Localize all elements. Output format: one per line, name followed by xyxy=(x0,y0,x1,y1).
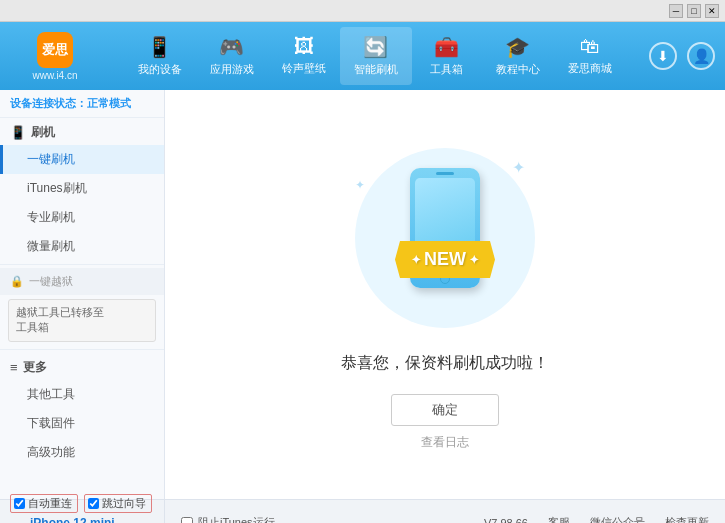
advanced-label: 高级功能 xyxy=(27,445,75,459)
app-logo: 爱思 www.i4.cn xyxy=(10,32,100,81)
bottom-right-links: V7.98.66 客服 微信公众号 检查更新 xyxy=(484,515,709,523)
sidebar-item-one-click-flash[interactable]: 一键刷机 xyxy=(0,145,164,174)
divider-2 xyxy=(0,349,164,350)
download-btn[interactable]: ⬇ xyxy=(649,42,677,70)
more-section-label: 更多 xyxy=(23,359,47,376)
checkbox-group: 自动重连 跳过向导 xyxy=(10,494,154,513)
user-btn[interactable]: 👤 xyxy=(687,42,715,70)
title-bar: ─ □ ✕ xyxy=(0,0,725,22)
app-header: 爱思 www.i4.cn 📱 我的设备 🎮 应用游戏 🖼 铃声壁纸 🔄 智能刷机… xyxy=(0,22,725,90)
sidebar-section-more: ≡ 更多 xyxy=(0,353,164,380)
jailbreak-warning: 越狱工具已转移至工具箱 xyxy=(8,299,156,342)
device-status: 设备连接状态：正常模式 xyxy=(0,90,164,118)
check-update-link[interactable]: 检查更新 xyxy=(665,515,709,523)
nav-wallpaper-icon: 🖼 xyxy=(294,35,314,58)
sparkle-left-icon: ✦ xyxy=(411,253,421,267)
status-label: 设备连接状态： xyxy=(10,97,87,109)
new-badge: ✦ NEW ✦ xyxy=(395,241,495,278)
nav-smart-flash-label: 智能刷机 xyxy=(354,62,398,77)
star-top-left-icon: ✦ xyxy=(355,178,365,192)
minimize-btn[interactable]: ─ xyxy=(669,4,683,18)
phone-speaker xyxy=(436,172,454,175)
sidebar-item-advanced[interactable]: 高级功能 xyxy=(0,438,164,467)
auto-restart-label: 自动重连 xyxy=(28,496,72,511)
nav-wallpaper[interactable]: 🖼 铃声壁纸 xyxy=(268,27,340,85)
device-info: 📱 iPhone 12 mini 64GB Down-12mini-13,1 xyxy=(10,516,154,524)
skip-wizard-checkbox[interactable] xyxy=(88,498,99,509)
nav-apps-icon: 🎮 xyxy=(219,35,244,59)
nav-bar: 📱 我的设备 🎮 应用游戏 🖼 铃声壁纸 🔄 智能刷机 🧰 工具箱 🎓 教程中心… xyxy=(100,27,649,85)
sidebar-item-micro-flash[interactable]: 微量刷机 xyxy=(0,232,164,261)
version-text: V7.98.66 xyxy=(484,517,528,524)
lock-icon: 🔒 xyxy=(10,275,24,288)
bottom-left-section: 自动重连 跳过向导 📱 iPhone 12 mini 64GB Down-12m… xyxy=(0,500,165,523)
auto-restart-checkbox-label[interactable]: 自动重连 xyxy=(10,494,78,513)
one-click-flash-label: 一键刷机 xyxy=(27,152,75,166)
window-controls[interactable]: ─ □ ✕ xyxy=(669,4,719,18)
jailbreak-section-label: 一键越狱 xyxy=(29,274,73,289)
stop-itunes-group: 阻止iTunes运行 xyxy=(181,515,275,523)
maximize-btn[interactable]: □ xyxy=(687,4,701,18)
nav-my-device[interactable]: 📱 我的设备 xyxy=(124,27,196,85)
logo-icon: 爱思 xyxy=(37,32,73,68)
status-value: 正常模式 xyxy=(87,97,131,109)
sidebar-section-flash: 📱 刷机 xyxy=(0,118,164,145)
pro-flash-label: 专业刷机 xyxy=(27,210,75,224)
customer-service-link[interactable]: 客服 xyxy=(548,515,570,523)
nav-tutorials[interactable]: 🎓 教程中心 xyxy=(482,27,554,85)
auto-restart-checkbox[interactable] xyxy=(14,498,25,509)
micro-flash-label: 微量刷机 xyxy=(27,239,75,253)
phone-illustration: ✦ NEW ✦ xyxy=(410,168,480,288)
sidebar-item-download-firmware[interactable]: 下载固件 xyxy=(0,409,164,438)
header-right-buttons: ⬇ 👤 xyxy=(649,42,715,70)
nav-store-label: 爱思商城 xyxy=(568,61,612,76)
sidebar-item-other-tools[interactable]: 其他工具 xyxy=(0,380,164,409)
nav-toolbox-icon: 🧰 xyxy=(434,35,459,59)
divider-1 xyxy=(0,264,164,265)
stop-itunes-label: 阻止iTunes运行 xyxy=(198,515,275,523)
nav-my-device-label: 我的设备 xyxy=(138,62,182,77)
logo-url: www.i4.cn xyxy=(32,70,77,81)
sparkle-right-icon: ✦ xyxy=(469,253,479,267)
nav-apps-label: 应用游戏 xyxy=(210,62,254,77)
logo-text: 爱思 xyxy=(42,41,68,59)
nav-toolbox-label: 工具箱 xyxy=(430,62,463,77)
confirm-button[interactable]: 确定 xyxy=(391,394,499,426)
nav-my-device-icon: 📱 xyxy=(147,35,172,59)
new-badge-text: NEW xyxy=(424,249,466,270)
close-btn[interactable]: ✕ xyxy=(705,4,719,18)
sidebar-section-jailbreak: 🔒 一键越狱 xyxy=(0,268,164,295)
stop-itunes-checkbox[interactable] xyxy=(181,517,193,524)
download-firmware-label: 下载固件 xyxy=(27,416,75,430)
bottom-right-section: 阻止iTunes运行 V7.98.66 客服 微信公众号 检查更新 xyxy=(165,500,725,523)
nav-toolbox[interactable]: 🧰 工具箱 xyxy=(412,27,482,85)
skip-wizard-checkbox-label[interactable]: 跳过向导 xyxy=(84,494,152,513)
device-name: iPhone 12 mini xyxy=(30,516,115,524)
skip-wizard-label: 跳过向导 xyxy=(102,496,146,511)
nav-apps-games[interactable]: 🎮 应用游戏 xyxy=(196,27,268,85)
jailbreak-warning-text: 越狱工具已转移至工具箱 xyxy=(16,306,104,333)
today-log-link[interactable]: 查看日志 xyxy=(421,434,469,451)
device-details: iPhone 12 mini 64GB Down-12mini-13,1 xyxy=(30,516,115,524)
nav-wallpaper-label: 铃声壁纸 xyxy=(282,61,326,76)
sidebar: 设备连接状态：正常模式 📱 刷机 一键刷机 iTunes刷机 专业刷机 微量刷机… xyxy=(0,90,165,499)
wechat-link[interactable]: 微信公众号 xyxy=(590,515,645,523)
star-top-right-icon: ✦ xyxy=(512,158,525,177)
itunes-flash-label: iTunes刷机 xyxy=(27,181,87,195)
nav-tutorials-icon: 🎓 xyxy=(505,35,530,59)
main-content: ✦ ✦ ✦ NEW ✦ 恭喜您，保资料刷机成功啦！ 确定 查看日志 xyxy=(165,90,725,499)
flash-section-icon: 📱 xyxy=(10,125,26,140)
nav-store[interactable]: 🛍 爱思商城 xyxy=(554,27,626,85)
nav-smart-flash[interactable]: 🔄 智能刷机 xyxy=(340,27,412,85)
flash-section-label: 刷机 xyxy=(31,124,55,141)
more-section-icon: ≡ xyxy=(10,360,18,375)
sidebar-item-itunes-flash[interactable]: iTunes刷机 xyxy=(0,174,164,203)
nav-store-icon: 🛍 xyxy=(580,35,600,58)
other-tools-label: 其他工具 xyxy=(27,387,75,401)
nav-smart-flash-icon: 🔄 xyxy=(363,35,388,59)
bottom-bar: 自动重连 跳过向导 📱 iPhone 12 mini 64GB Down-12m… xyxy=(0,499,725,523)
main-area: 设备连接状态：正常模式 📱 刷机 一键刷机 iTunes刷机 专业刷机 微量刷机… xyxy=(0,90,725,499)
success-illustration: ✦ ✦ ✦ NEW ✦ xyxy=(345,138,545,338)
sidebar-item-pro-flash[interactable]: 专业刷机 xyxy=(0,203,164,232)
nav-tutorials-label: 教程中心 xyxy=(496,62,540,77)
